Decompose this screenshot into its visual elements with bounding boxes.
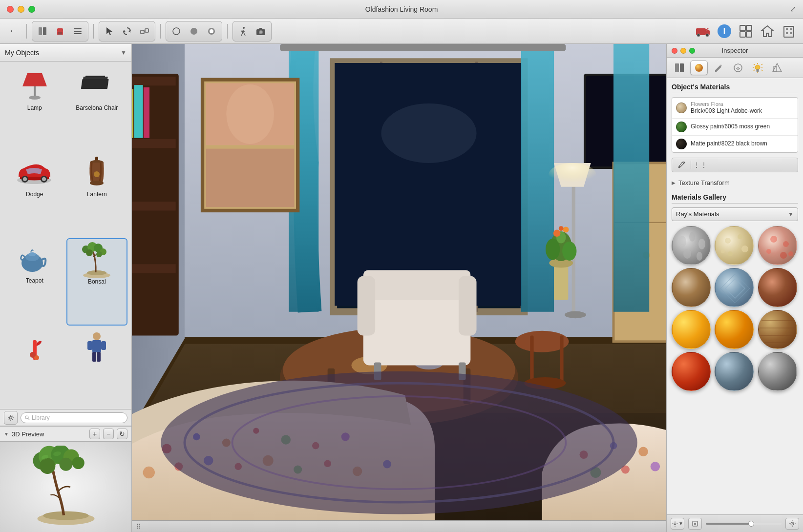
svg-rect-181 xyxy=(363,270,471,300)
book-icon[interactable] xyxy=(34,23,51,40)
inspector-title: Inspector xyxy=(722,47,748,54)
texture-transform-toggle[interactable]: ▶ Texture Transform xyxy=(672,177,798,188)
layout-icon[interactable] xyxy=(737,22,755,41)
preview-header[interactable]: ▼ 3D Preview + − ↻ xyxy=(0,426,131,442)
gallery-size-slider[interactable] xyxy=(706,523,782,525)
back-button[interactable]: ← xyxy=(5,23,21,40)
svg-point-164 xyxy=(143,467,155,478)
gallery-swatch-orange[interactable] xyxy=(715,310,754,349)
svg-rect-128 xyxy=(613,44,649,312)
settings-button[interactable] xyxy=(4,411,18,425)
expand-icon[interactable]: ⤢ xyxy=(790,4,796,14)
gallery-swatch-dark-gray[interactable] xyxy=(758,352,797,391)
inspector-panel: Inspector Object's Material xyxy=(666,44,803,532)
inspector-close-button[interactable] xyxy=(672,48,677,54)
svg-marker-34 xyxy=(761,26,773,37)
object-item-chair[interactable]: Barselona Chair xyxy=(66,65,128,151)
preview-controls: + − ↻ xyxy=(89,429,127,439)
gallery-swatch-cream-floral[interactable] xyxy=(715,226,754,265)
object-item-bonsai[interactable]: Bonsai xyxy=(66,238,128,326)
object-item-cactus[interactable] xyxy=(4,327,65,405)
eyedropper-tool[interactable] xyxy=(676,160,687,170)
inspector-titlebar: Inspector xyxy=(667,44,803,58)
svg-point-143 xyxy=(553,229,561,237)
tab-settings[interactable] xyxy=(729,61,747,75)
zoom-in-button[interactable]: + xyxy=(89,429,100,439)
tab-scene[interactable] xyxy=(768,61,786,75)
gallery-swatch-red-floral[interactable] xyxy=(758,226,797,265)
gallery-swatch-blue-diamond[interactable] xyxy=(715,268,754,307)
svg-point-69 xyxy=(93,332,101,340)
resize-handle-icon[interactable]: ⠿ xyxy=(136,523,140,531)
gallery-swatch-wood[interactable] xyxy=(758,310,797,349)
svg-point-179 xyxy=(651,462,660,471)
object-item-lantern[interactable]: Lantern xyxy=(66,152,128,237)
dodge-icon xyxy=(15,156,54,190)
close-button[interactable] xyxy=(7,6,14,13)
inspector-maximize-button[interactable] xyxy=(689,48,695,54)
gallery-add-button[interactable] xyxy=(688,518,702,530)
object-item-dodge[interactable]: Dodge xyxy=(4,152,65,237)
svg-point-136 xyxy=(549,163,596,187)
svg-rect-37 xyxy=(790,28,792,30)
svg-point-57 xyxy=(28,252,36,256)
gallery-swatch-rust-texture[interactable] xyxy=(758,268,797,307)
material-item-matte[interactable]: Matte paint/8022 black brown xyxy=(672,136,798,152)
refresh-tool[interactable] xyxy=(119,23,135,40)
info-icon[interactable]: i xyxy=(715,22,734,41)
object-item-teapot[interactable]: Teapot xyxy=(4,238,65,326)
gallery-swatch-gray-floral[interactable] xyxy=(672,226,711,265)
svg-point-203 xyxy=(697,252,702,261)
tab-edit[interactable] xyxy=(710,61,727,75)
svg-rect-106 xyxy=(134,85,143,138)
gallery-swatch-orange-red[interactable] xyxy=(672,352,711,391)
object-item-lamp[interactable]: Lamp xyxy=(4,65,65,151)
gallery-dropdown[interactable]: Ray's Materials ▼ xyxy=(672,207,798,221)
material-swatch xyxy=(676,102,687,113)
svg-point-64 xyxy=(86,249,93,256)
house-icon[interactable] xyxy=(758,22,777,41)
inspector-minimize-button[interactable] xyxy=(680,48,686,54)
building-icon[interactable] xyxy=(780,22,798,41)
svg-point-205 xyxy=(738,234,742,239)
texture-transform-label: Texture Transform xyxy=(678,179,730,186)
sphere-tool[interactable] xyxy=(168,23,185,40)
svg-rect-137 xyxy=(554,264,568,300)
cursor-tool[interactable] xyxy=(101,23,118,40)
tab-materials[interactable] xyxy=(690,61,708,75)
inspector-settings-button[interactable]: ▼ xyxy=(671,518,684,530)
maximize-button[interactable] xyxy=(28,6,35,13)
viewport[interactable]: ⠿ xyxy=(132,44,666,532)
gallery-grid xyxy=(672,226,798,391)
truck-icon[interactable] xyxy=(694,22,712,41)
svg-point-76 xyxy=(25,416,28,419)
object-item-figure[interactable] xyxy=(66,327,128,405)
refresh-preview-button[interactable]: ↻ xyxy=(117,429,127,439)
tab-objects[interactable] xyxy=(671,61,688,75)
material-item-glossy[interactable]: Glossy paint/6005 moss green xyxy=(672,119,798,136)
search-input[interactable]: Library xyxy=(21,412,127,423)
svg-point-199 xyxy=(678,236,686,247)
svg-rect-71 xyxy=(87,341,92,350)
gallery-swatch-yellow-orange[interactable] xyxy=(672,310,711,349)
record-tool[interactable] xyxy=(203,23,220,40)
tab-lighting[interactable] xyxy=(749,61,766,75)
chair-icon[interactable] xyxy=(52,23,68,40)
zoom-out-button[interactable]: − xyxy=(103,429,114,439)
svg-point-212 xyxy=(780,252,787,259)
camera-tool[interactable] xyxy=(253,23,269,40)
svg-rect-97 xyxy=(132,139,176,148)
merge-tool[interactable] xyxy=(136,23,153,40)
gallery-view-button[interactable] xyxy=(785,518,799,530)
gallery-swatch-blue-gray[interactable] xyxy=(715,352,754,391)
walk-tool[interactable] xyxy=(235,23,252,40)
svg-rect-183 xyxy=(459,276,477,336)
list-icon[interactable] xyxy=(69,23,86,40)
minimize-button[interactable] xyxy=(18,6,24,13)
filled-sphere-tool[interactable] xyxy=(186,23,202,40)
slider-thumb[interactable] xyxy=(748,521,754,527)
more-options-button[interactable]: ⋮⋮ xyxy=(695,160,706,170)
gallery-swatch-brown-damask[interactable] xyxy=(672,268,711,307)
material-item-flowers-flora[interactable]: Flowers Flora Brick/003 Light Adobe-work xyxy=(672,98,798,119)
objects-dropdown[interactable]: My Objects ▼ xyxy=(0,44,131,61)
